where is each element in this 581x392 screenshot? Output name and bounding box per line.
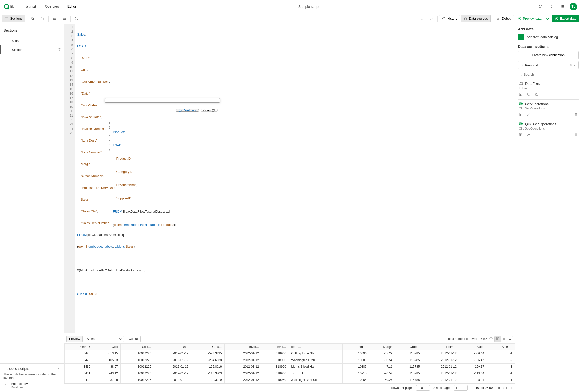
redo-icon[interactable] bbox=[427, 15, 436, 22]
section-item-section[interactable]: ⋮⋮ Section bbox=[0, 45, 64, 54]
geooperations-connection[interactable]: GeoOperations bbox=[518, 100, 578, 107]
clear-icon[interactable]: × bbox=[570, 63, 572, 67]
insert-script-icon[interactable] bbox=[527, 93, 530, 97]
column-header[interactable]: Margin bbox=[369, 344, 395, 350]
table-row[interactable]: 3429-105.93100122262012-01-12-204.663820… bbox=[65, 357, 515, 364]
table-row[interactable]: 3431-43.12100122262012-01-12-118.3703201… bbox=[65, 370, 515, 377]
included-scripts-header[interactable]: Included scripts bbox=[4, 367, 61, 371]
view-list-icon[interactable] bbox=[501, 336, 507, 342]
preview-dropdown-caret[interactable] bbox=[544, 15, 551, 22]
column-header[interactable]: Orde… bbox=[395, 344, 422, 350]
connection-search-input[interactable] bbox=[524, 73, 578, 76]
svg-rect-52 bbox=[496, 338, 498, 340]
table-selector[interactable]: Sales bbox=[84, 336, 124, 342]
output-tab[interactable]: Output bbox=[126, 336, 140, 342]
geo2-actions bbox=[518, 132, 578, 140]
outdent-icon[interactable] bbox=[50, 15, 59, 22]
column-header[interactable]: Sales… bbox=[487, 344, 515, 350]
column-header[interactable]: Prom… bbox=[422, 344, 459, 350]
connection-name: GeoOperations bbox=[525, 102, 548, 106]
preview-button[interactable]: Preview data bbox=[515, 15, 544, 22]
column-header[interactable]: Date bbox=[154, 344, 191, 350]
drag-handle-icon[interactable]: ⋮⋮ bbox=[3, 48, 9, 51]
view-mode-toggle bbox=[494, 336, 513, 342]
view-grid-icon[interactable] bbox=[495, 336, 501, 342]
indent-icon[interactable] bbox=[60, 15, 69, 22]
tab-overview[interactable]: Overview bbox=[41, 0, 63, 13]
svg-point-47 bbox=[180, 111, 180, 111]
history-button[interactable]: History bbox=[439, 15, 460, 22]
data-sources-button[interactable]: Data sources bbox=[461, 15, 490, 22]
table-row[interactable]: 3428-513.15100122262012-01-12-573.383520… bbox=[65, 350, 515, 357]
table-row[interactable]: 3430-88.07100122262012-01-12-165.8016201… bbox=[65, 364, 515, 370]
add-section-icon[interactable]: + bbox=[58, 27, 61, 33]
column-header[interactable]: ↑%KEY bbox=[65, 344, 93, 350]
delete-section-icon[interactable] bbox=[58, 48, 61, 51]
drag-handle-icon[interactable]: ⋮⋮ bbox=[3, 39, 9, 43]
bell-icon[interactable] bbox=[548, 3, 555, 10]
toolbar-help-icon[interactable]: ? bbox=[72, 15, 81, 22]
table-row[interactable]: 3432-37.98100122262012-01-12-102.3319201… bbox=[65, 377, 515, 384]
space-selector[interactable]: Personal × bbox=[518, 61, 578, 69]
avatar[interactable]: TL bbox=[570, 3, 577, 10]
chevron-down-icon[interactable] bbox=[574, 63, 576, 67]
apps-grid-icon[interactable] bbox=[559, 3, 566, 10]
svg-text:?: ? bbox=[540, 5, 542, 8]
readonly-badge: Read only bbox=[176, 109, 199, 112]
export-label: Export data bbox=[560, 17, 576, 20]
rows-per-page-label: Rows per page: bbox=[391, 386, 413, 390]
expand-include-icon[interactable]: ◇ bbox=[142, 269, 146, 272]
next-page-icon[interactable]: › bbox=[506, 386, 507, 390]
select-data-icon[interactable] bbox=[519, 133, 522, 137]
view-tiles-icon[interactable] bbox=[507, 336, 513, 342]
code-editor[interactable]: 1234567891011121314151617181920212223242… bbox=[64, 24, 515, 333]
included-script-entry[interactable]: Products.qvs DataFiles bbox=[4, 382, 61, 389]
column-header[interactable]: Item … bbox=[342, 344, 369, 350]
column-header[interactable]: Sales bbox=[459, 344, 486, 350]
comment-icon[interactable] bbox=[38, 15, 47, 22]
script-name: Products.qvs bbox=[11, 382, 29, 386]
add-from-catalog-button[interactable]: + Add from data catalog bbox=[518, 34, 578, 40]
qlik-geooperations-connection[interactable]: Qlik_GeoOperations bbox=[518, 120, 578, 127]
first-page-icon[interactable]: ⏮ bbox=[497, 386, 500, 390]
code-body[interactable]: Sales: LOAD %KEY, Cost, "Customer Number… bbox=[75, 24, 515, 333]
chevron-down-icon[interactable] bbox=[58, 367, 61, 371]
svg-point-61 bbox=[521, 64, 522, 65]
info-icon[interactable] bbox=[489, 337, 492, 341]
delete-icon[interactable] bbox=[574, 113, 578, 117]
qlik-logo[interactable]: lik bbox=[4, 3, 21, 10]
prev-page-icon[interactable]: ‹ bbox=[502, 386, 504, 390]
svg-point-17 bbox=[32, 17, 34, 19]
debug-button[interactable]: Debug bbox=[494, 15, 514, 22]
column-header[interactable]: Invoi… bbox=[224, 344, 261, 350]
datafiles-folder[interactable]: DataFiles bbox=[518, 79, 578, 87]
open-folder-icon[interactable] bbox=[535, 93, 539, 97]
help-icon[interactable]: ? bbox=[537, 3, 544, 10]
column-header[interactable]: Invoi… bbox=[262, 344, 289, 350]
select-data-icon[interactable] bbox=[519, 93, 522, 97]
tab-editor[interactable]: Editor bbox=[64, 0, 80, 13]
edit-icon[interactable] bbox=[527, 133, 530, 137]
open-script-button[interactable]: Open bbox=[201, 109, 218, 112]
last-page-icon[interactable]: ⏭ bbox=[510, 386, 513, 390]
select-data-icon[interactable] bbox=[519, 113, 522, 117]
export-button[interactable]: Export data bbox=[552, 15, 579, 22]
page-select[interactable]: 1 bbox=[454, 385, 468, 391]
column-header[interactable]: Item … bbox=[289, 344, 342, 350]
data-table-wrap[interactable]: ↑%KEYCostCust…DateGros…Invoi…Invoi…Item … bbox=[64, 343, 515, 384]
database-icon bbox=[464, 17, 468, 21]
undo-icon[interactable] bbox=[417, 15, 426, 22]
column-header[interactable]: Cust… bbox=[120, 344, 154, 350]
column-header[interactable]: Gros… bbox=[191, 344, 224, 350]
preview-tab[interactable]: Preview bbox=[66, 336, 82, 342]
edit-icon[interactable] bbox=[527, 113, 530, 117]
section-item-main[interactable]: ⋮⋮ Main bbox=[0, 36, 64, 45]
delete-icon[interactable] bbox=[574, 133, 578, 137]
create-connection-button[interactable]: Create new connection bbox=[518, 51, 578, 59]
sections-toggle[interactable]: Sections bbox=[2, 15, 25, 22]
divider bbox=[48, 16, 49, 22]
rows-per-page-select[interactable]: 100 bbox=[416, 385, 430, 391]
column-header[interactable]: Cost bbox=[93, 344, 120, 350]
preview-button-group: Preview data bbox=[515, 15, 551, 22]
search-icon[interactable] bbox=[28, 15, 37, 22]
